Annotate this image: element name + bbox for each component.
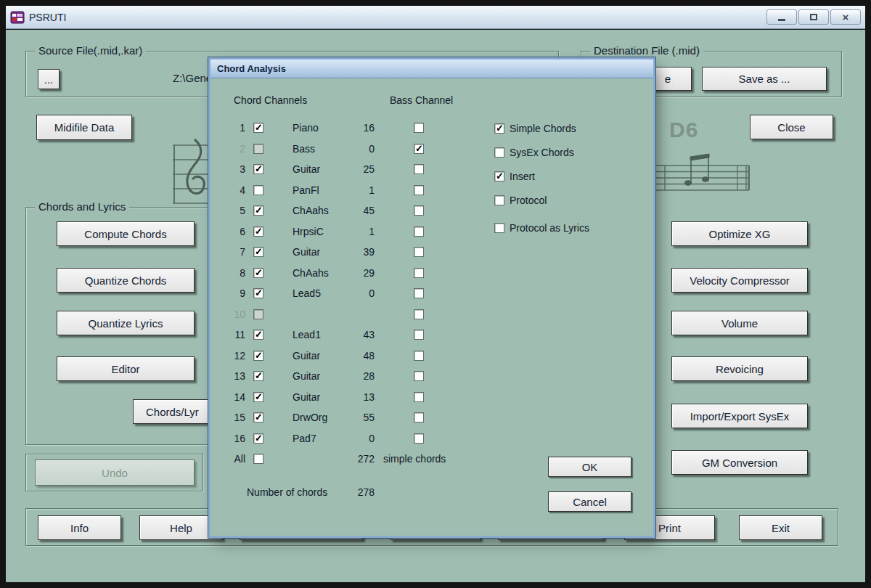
chord-channel-checkbox[interactable] bbox=[253, 268, 263, 278]
program-number: 48 bbox=[348, 346, 375, 366]
option-label: SysEx Chords bbox=[510, 147, 574, 159]
chord-channel-checkbox[interactable] bbox=[253, 433, 263, 444]
chord-channel-checkbox[interactable] bbox=[253, 288, 263, 298]
option-checkbox[interactable] bbox=[494, 147, 504, 158]
maximize-icon bbox=[810, 14, 817, 20]
exit-button[interactable]: Exit bbox=[739, 515, 822, 540]
chord-channel-checkbox[interactable] bbox=[253, 205, 263, 216]
chord-channel-checkbox[interactable] bbox=[253, 412, 263, 422]
program-number: 272 bbox=[348, 449, 375, 469]
staff-left-fragment bbox=[173, 132, 215, 211]
close-icon: × bbox=[843, 12, 849, 23]
channel-row: 2Bass0 bbox=[210, 139, 653, 160]
option-label: Protocol as Lyrics bbox=[510, 222, 589, 234]
midifile-data-button[interactable]: Midifile Data bbox=[36, 115, 132, 140]
instrument-name: Bass bbox=[293, 139, 315, 159]
option-label: Protocol bbox=[510, 195, 547, 207]
titlebar: PSRUTI × bbox=[6, 6, 865, 29]
browse-source-button[interactable]: ... bbox=[38, 69, 60, 89]
bass-channel-checkbox[interactable] bbox=[414, 226, 424, 237]
channel-row: 7Guitar39 bbox=[210, 242, 653, 263]
dialog-titlebar[interactable]: Chord Analysis bbox=[210, 60, 653, 78]
bass-channel-checkbox[interactable] bbox=[414, 288, 424, 298]
channel-number: 4 bbox=[229, 180, 245, 200]
chord-channel-checkbox[interactable] bbox=[253, 226, 263, 237]
channel-row: 1Piano16 bbox=[210, 118, 653, 139]
bass-channel-checkbox[interactable] bbox=[414, 371, 424, 381]
compute-chords-button[interactable]: Compute Chords bbox=[57, 221, 195, 246]
bass-channel-checkbox[interactable] bbox=[414, 185, 424, 195]
bass-channel-checkbox[interactable] bbox=[414, 164, 424, 174]
channel-row: 16Pad70 bbox=[210, 428, 653, 449]
staff-right-fragment bbox=[650, 107, 752, 202]
chord-channel-checkbox[interactable] bbox=[253, 247, 263, 257]
bass-channel-checkbox[interactable] bbox=[414, 123, 424, 133]
bass-channel-checkbox[interactable] bbox=[414, 330, 424, 340]
save-as-button[interactable]: Save as ... bbox=[702, 67, 827, 91]
number-of-chords-label: Number of chords bbox=[247, 486, 327, 498]
bass-channel-checkbox[interactable] bbox=[414, 247, 424, 257]
info-button[interactable]: Info bbox=[38, 515, 121, 540]
window-title: PSRUTI bbox=[29, 12, 66, 23]
channel-row: 4PanFl1 bbox=[210, 180, 653, 201]
option-checkbox[interactable] bbox=[494, 223, 504, 233]
option-checkbox[interactable] bbox=[494, 123, 504, 134]
channel-number: 11 bbox=[229, 324, 245, 345]
volume-button[interactable]: Volume bbox=[671, 311, 808, 335]
channel-number: 3 bbox=[229, 159, 245, 179]
instrument-name: Guitar bbox=[293, 159, 320, 179]
editor-button[interactable]: Editor bbox=[57, 356, 195, 381]
number-of-chords-value: 278 bbox=[348, 486, 375, 498]
minimize-button[interactable] bbox=[766, 9, 797, 25]
bass-channel-checkbox[interactable] bbox=[414, 309, 424, 319]
instrument-name: Lead1 bbox=[293, 324, 321, 345]
gm-conversion-button[interactable]: GM Conversion bbox=[671, 450, 808, 475]
chord-channel-checkbox[interactable] bbox=[253, 371, 263, 381]
chord-channel-checkbox[interactable] bbox=[253, 392, 263, 402]
instrument-name: Piano bbox=[293, 118, 319, 138]
maximize-button[interactable] bbox=[798, 9, 829, 25]
channel-row: 13Guitar28 bbox=[210, 366, 653, 387]
chord-channel-checkbox[interactable] bbox=[253, 185, 263, 195]
bass-channel-checkbox[interactable] bbox=[414, 144, 424, 154]
chord-channel-checkbox[interactable] bbox=[253, 351, 263, 361]
bass-channel-checkbox[interactable] bbox=[414, 268, 424, 278]
bass-channel-checkbox[interactable] bbox=[414, 433, 424, 444]
option-checkbox[interactable] bbox=[494, 171, 504, 181]
channel-number: 2 bbox=[229, 139, 245, 159]
undo-button: Undo bbox=[35, 460, 195, 486]
optimize-xg-button[interactable]: Optimize XG bbox=[671, 221, 808, 246]
psruti-window: PSRUTI × Source File(.mid,.kar) ... Z:\G… bbox=[0, 0, 871, 588]
cancel-button[interactable]: Cancel bbox=[548, 491, 631, 512]
bass-channel-checkbox[interactable] bbox=[414, 351, 424, 361]
channel-number: 5 bbox=[229, 200, 245, 221]
ok-button[interactable]: OK bbox=[548, 457, 631, 477]
revoicing-button[interactable]: Revoicing bbox=[671, 356, 808, 381]
quantize-lyrics-button[interactable]: Quantize Lyrics bbox=[57, 311, 195, 335]
import-export-sysex-button[interactable]: Import/Export SysEx bbox=[671, 404, 808, 428]
bass-channel-checkbox[interactable] bbox=[414, 412, 424, 422]
main-close-button[interactable]: Close bbox=[750, 115, 833, 139]
quantize-chords-button[interactable]: Quantize Chords bbox=[57, 268, 195, 293]
chord-channel-checkbox[interactable] bbox=[253, 454, 263, 464]
instrument-name: Guitar bbox=[293, 366, 320, 386]
close-button[interactable]: × bbox=[830, 9, 861, 25]
chord-channel-checkbox[interactable] bbox=[253, 123, 263, 133]
option-checkbox[interactable] bbox=[494, 195, 504, 205]
channel-row: 11Lead143 bbox=[210, 324, 653, 346]
instrument-name: ChAahs bbox=[293, 263, 329, 283]
channel-number: 13 bbox=[229, 366, 245, 386]
velocity-compressor-button[interactable]: Velocity Compressor bbox=[671, 268, 808, 293]
bass-channel-checkbox[interactable] bbox=[414, 392, 424, 402]
chord-channel-checkbox[interactable] bbox=[253, 330, 263, 340]
bass-channel-checkbox[interactable] bbox=[414, 205, 424, 216]
instrument-name: DrwOrg bbox=[293, 407, 327, 428]
channel-row: 12Guitar48 bbox=[210, 346, 653, 367]
dialog-title: Chord Analysis bbox=[210, 63, 286, 74]
channel-number: 6 bbox=[229, 221, 245, 242]
chord-channel-checkbox[interactable] bbox=[253, 164, 263, 174]
program-number: 0 bbox=[348, 428, 375, 449]
source-path: Z:\Gene bbox=[173, 72, 212, 84]
instrument-name: Lead5 bbox=[293, 283, 321, 303]
chord-analysis-dialog: Chord Analysis Chord Channels Bass Chann… bbox=[210, 60, 653, 536]
